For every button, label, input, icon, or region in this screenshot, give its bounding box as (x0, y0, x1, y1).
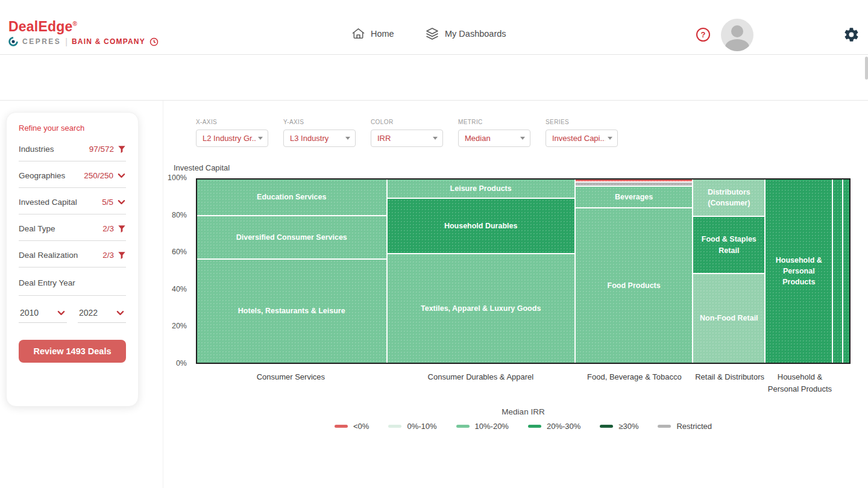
chart-controls: X-AXISL2 Industry Gr...Y-AXISL3 Industry… (196, 119, 618, 147)
year-from-value: 2010 (20, 308, 39, 318)
mekko-segment-beverages[interactable]: Beverages (576, 187, 693, 207)
mekko-segment-unlabeled[interactable] (576, 180, 693, 181)
control-x-axis: X-AXISL2 Industry Gr... (196, 119, 268, 147)
mekko-column-unlabeled (833, 180, 842, 363)
y-axis-tick: 40% (151, 285, 187, 293)
mekko-segment-textiles-apparel-luxury-goods[interactable]: Textiles, Apparel & Luxury Goods (388, 254, 574, 363)
filter-row-geographies[interactable]: Geographies250/250 (19, 161, 126, 188)
y-axis-tick: 60% (151, 248, 187, 256)
control-select-y-axis[interactable]: L3 Industry (283, 130, 356, 147)
filter-label: Deal Realization (19, 251, 78, 260)
filter-row-industries[interactable]: Industries97/572 (19, 135, 126, 161)
funnel-icon (118, 145, 126, 154)
control-value: IRR (377, 134, 391, 143)
filter-row-deal-type[interactable]: Deal Type2/3 (19, 214, 126, 241)
gear-icon[interactable] (843, 27, 860, 43)
mekko-segment-food-products[interactable]: Food Products (576, 208, 693, 363)
filter-row-deal-realization[interactable]: Deal Realization2/3 (19, 241, 126, 267)
filter-label: Deal Entry Year (19, 278, 75, 287)
mekko-segment-non-food-retail[interactable]: Non-Food Retail (693, 274, 764, 363)
x-axis-label: Food, Beverage & Tobacco (576, 371, 693, 395)
legend-item-0: <0% (335, 422, 369, 431)
help-icon[interactable]: ? (696, 28, 710, 42)
filter-label: Geographies (19, 171, 65, 180)
filter-value: 2/3 (102, 224, 114, 233)
refine-search-panel: Refine your search Industries97/572Geogr… (6, 112, 139, 407)
y-axis-ticks: 0%20%40%60%80%100% (151, 178, 192, 364)
mekko-segment-label: Textiles, Apparel & Luxury Goods (417, 303, 544, 314)
filter-row-invested-capital[interactable]: Invested Capital5/5 (19, 188, 126, 214)
filter-value: 97/572 (89, 145, 114, 154)
mekko-segment-leisure-products[interactable]: Leisure Products (388, 180, 574, 198)
mekko-segment-label: Diversified Consumer Services (233, 232, 351, 243)
control-select-metric[interactable]: Median (458, 130, 530, 147)
legend-swatch (658, 425, 671, 428)
x-axis-labels: Consumer ServicesConsumer Durables & App… (196, 371, 851, 395)
nav-home[interactable]: Home (351, 27, 394, 40)
control-metric: METRICMedian (458, 119, 530, 147)
x-axis-label: Household & Personal Products (767, 371, 834, 395)
mekko-column-consumer-services: Education ServicesDiversified Consumer S… (197, 180, 386, 363)
filter-value: 5/5 (102, 198, 113, 207)
control-label: Y-AXIS (283, 119, 356, 125)
control-value: Median (465, 134, 491, 143)
mekko-segment-unlabeled[interactable] (576, 183, 693, 186)
cepres-label: CEPRES (22, 37, 61, 46)
header: DealEdge® CEPRES | BAIN & COMPANY Home (0, 0, 868, 55)
x-axis-label: Retail & Distributors (694, 371, 766, 395)
control-select-color[interactable]: IRR (371, 130, 443, 147)
avatar[interactable] (721, 19, 753, 51)
mekko-segment-distributors-consumer[interactable]: Distributors (Consumer) (693, 180, 764, 216)
logo-title: DealEdge® (8, 20, 159, 34)
year-to-select[interactable]: 2022 (78, 305, 126, 323)
filter-row-deal-entry-year[interactable]: Deal Entry Year (19, 267, 126, 296)
control-color: COLORIRR (371, 119, 443, 147)
mekko-segment-hotels-restaurants-leisure[interactable]: Hotels, Restaurants & Leisure (197, 260, 386, 363)
legend-label: 0%-10% (407, 422, 436, 431)
funnel-icon (118, 251, 126, 260)
control-select-x-axis[interactable]: L2 Industry Gr... (196, 130, 268, 147)
mekko-column-consumer-durables-apparel: Leisure ProductsHousehold DurablesTextil… (388, 180, 574, 363)
mekko-segment-label: Food Products (604, 280, 664, 291)
chart-y-axis-title: Invested Capital (174, 163, 230, 172)
app-logo[interactable]: DealEdge® CEPRES | BAIN & COMPANY (8, 20, 159, 46)
control-select-series[interactable]: Invested Capi... (546, 130, 618, 147)
chevron-icon (117, 171, 126, 180)
legend-swatch (335, 425, 348, 428)
funnel-icon (118, 225, 126, 233)
mekko-segment-label: Food & Staples Retail (693, 234, 764, 255)
year-from-select[interactable]: 2010 (19, 305, 67, 323)
scrollbar-thumb[interactable] (865, 57, 868, 80)
avatar-head-icon (731, 25, 743, 37)
filter-right: 2/3 (102, 224, 126, 233)
control-label: SERIES (546, 119, 618, 125)
mekko-segment-diversified-consumer-services[interactable]: Diversified Consumer Services (197, 216, 386, 259)
legend-label: <0% (353, 422, 369, 431)
mekko-segment-food-staples-retail[interactable]: Food & Staples Retail (693, 217, 764, 273)
mekko-segment-unlabeled[interactable] (833, 180, 842, 363)
cepres-icon (8, 37, 18, 46)
nav-my-dashboards[interactable]: My Dashboards (425, 27, 506, 41)
legend-title: Median IRR (502, 407, 544, 416)
chevron-down-icon (345, 137, 350, 140)
nav-home-label: Home (371, 29, 394, 39)
review-deals-button[interactable]: Review 1493 Deals (19, 340, 126, 363)
content-divider (0, 100, 868, 101)
registered-mark: ® (72, 20, 77, 27)
legend-swatch (528, 425, 541, 428)
x-axis-label (844, 371, 851, 395)
control-value: Invested Capi... (552, 134, 605, 143)
chevron-down-icon (258, 137, 263, 140)
y-axis-tick: 0% (151, 359, 187, 368)
x-axis-label: Consumer Services (196, 371, 386, 395)
mekko-column-household-personal-products: Household & Personal Products (766, 180, 832, 363)
mekko-segment-label: Beverages (611, 192, 656, 202)
mekko-segment-household-durables[interactable]: Household Durables (388, 199, 574, 253)
mekko-segment-label: Household Durables (441, 221, 521, 231)
mekko-segment-education-services[interactable]: Education Services (197, 180, 386, 215)
y-axis-tick: 20% (151, 322, 187, 330)
legend-item-30: ≥30% (600, 422, 638, 431)
mekko-segment-unlabeled[interactable] (843, 180, 849, 363)
mekko-segment-household-personal-products[interactable]: Household & Personal Products (766, 180, 832, 363)
control-value: L2 Industry Gr... (203, 134, 256, 143)
